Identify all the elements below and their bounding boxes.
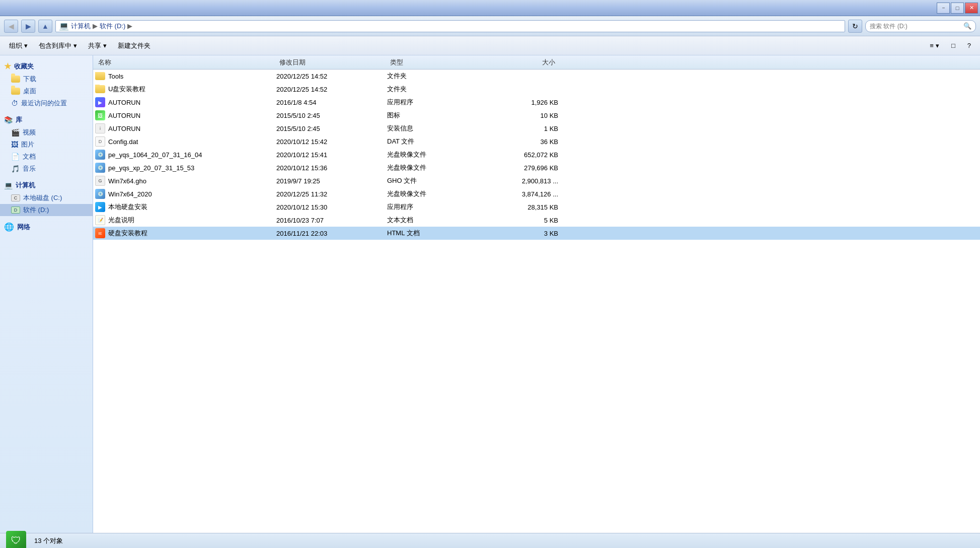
file-type: 文本文档: [387, 216, 478, 225]
file-date: 2015/5/10 2:45: [276, 112, 387, 119]
table-row[interactable]: ▶ AUTORUN 2016/1/8 4:54 应用程序 1,926 KB: [93, 96, 980, 109]
file-type: HTML 文档: [387, 229, 478, 238]
table-row[interactable]: 📝 光盘说明 2016/10/23 7:07 文本文档 5 KB: [93, 214, 980, 227]
html-icon: IE: [95, 228, 105, 238]
file-name: U盘安装教程: [95, 85, 276, 94]
minimize-button[interactable]: －: [937, 3, 950, 14]
drive-c-icon: C: [11, 194, 20, 201]
file-size: 10 KB: [478, 112, 558, 119]
up-button[interactable]: ▲: [38, 20, 52, 33]
statusbar: 🛡 13 个对象: [0, 533, 980, 548]
table-row[interactable]: 💿 pe_yqs_xp_20_07_31_15_53 2020/10/12 15…: [93, 161, 980, 174]
music-icon: 🎵: [11, 165, 20, 173]
sidebar-item-desktop[interactable]: 桌面: [0, 85, 93, 97]
statusbar-logo: 🛡: [6, 531, 26, 549]
file-type: 应用程序: [387, 98, 478, 107]
library-button[interactable]: 包含到库中 ▾: [34, 39, 82, 53]
video-icon: 🎬: [11, 128, 20, 136]
favorites-icon: ★: [4, 61, 11, 71]
drive-d-label: 软件 (D:): [23, 206, 49, 215]
file-date: 2020/12/25 11:32: [276, 190, 387, 198]
table-row[interactable]: G Win7x64.gho 2019/9/7 19:25 GHO 文件 2,90…: [93, 174, 980, 187]
table-row[interactable]: 💿 Win7x64_2020 2020/12/25 11:32 光盘映像文件 3…: [93, 187, 980, 200]
table-row[interactable]: i AUTORUN 2015/5/10 2:45 安装信息 1 KB: [93, 122, 980, 135]
maximize-button[interactable]: □: [951, 3, 964, 14]
iso-icon: 💿: [95, 189, 105, 199]
breadcrumb-sep-2: ▶: [127, 22, 132, 30]
close-button[interactable]: ✕: [965, 3, 978, 14]
new-folder-button[interactable]: 新建文件夹: [113, 39, 156, 53]
network-label: 网络: [17, 223, 30, 232]
dat-icon: D: [95, 136, 105, 147]
table-row[interactable]: D Config.dat 2020/10/12 15:42 DAT 文件 36 …: [93, 135, 980, 148]
back-button[interactable]: ◀: [4, 20, 18, 33]
organize-button[interactable]: 组织 ▾: [4, 39, 33, 53]
sidebar-item-downloads[interactable]: 下载: [0, 73, 93, 85]
share-button[interactable]: 共享 ▾: [83, 39, 112, 53]
sidebar-item-video[interactable]: 🎬 视频: [0, 126, 93, 139]
sidebar-item-image[interactable]: 🖼 图片: [0, 139, 93, 151]
desktop-label: 桌面: [23, 87, 36, 96]
network-header[interactable]: 🌐 网络: [0, 220, 93, 234]
table-row[interactable]: U盘安装教程 2020/12/25 14:52 文件夹: [93, 83, 980, 96]
iso-icon: 💿: [95, 163, 105, 173]
sidebar-item-doc[interactable]: 📄 文档: [0, 151, 93, 163]
forward-button[interactable]: ▶: [21, 20, 35, 33]
col-header-name[interactable]: 名称: [95, 55, 276, 69]
file-name: i AUTORUN: [95, 123, 276, 133]
file-size: 652,072 KB: [478, 151, 558, 159]
col-header-size[interactable]: 大小: [478, 55, 558, 69]
statusbar-count: 13 个对象: [34, 536, 63, 545]
table-row[interactable]: Tools 2020/12/25 14:52 文件夹: [93, 70, 980, 83]
preview-button[interactable]: □: [946, 39, 960, 53]
sidebar-item-music[interactable]: 🎵 音乐: [0, 163, 93, 175]
image-label: 图片: [21, 140, 34, 149]
view-icon: ≡: [930, 42, 934, 49]
library-label: 包含到库中: [39, 41, 71, 50]
view-button[interactable]: ≡ ▾: [925, 39, 944, 53]
breadcrumb-computer[interactable]: 计算机: [71, 22, 91, 31]
file-date: 2020/10/12 15:36: [276, 164, 387, 172]
breadcrumb-drive-d[interactable]: 软件 (D:): [100, 22, 125, 31]
file-size: 3,874,126 ...: [478, 190, 558, 198]
file-type: DAT 文件: [387, 137, 478, 146]
file-type: 图标: [387, 111, 478, 120]
search-box[interactable]: 🔍: [865, 20, 976, 32]
breadcrumb-bar[interactable]: 💻 计算机 ▶ 软件 (D:) ▶: [55, 20, 845, 32]
file-name: Tools: [95, 72, 276, 80]
doc-label: 文档: [23, 152, 36, 161]
search-input[interactable]: [870, 23, 961, 30]
col-header-date[interactable]: 修改日期: [276, 55, 387, 69]
network-section: 🌐 网络: [0, 220, 93, 234]
file-date: 2016/11/21 22:03: [276, 230, 387, 237]
view-arrow: ▾: [936, 42, 939, 49]
file-name: 🖼 AUTORUN: [95, 110, 276, 120]
refresh-button[interactable]: ↻: [848, 20, 862, 33]
preview-icon: □: [951, 42, 955, 49]
sidebar-item-recent[interactable]: ⏱ 最近访问的位置: [0, 97, 93, 109]
music-label: 音乐: [23, 164, 36, 173]
favorites-label: 收藏夹: [14, 62, 34, 71]
file-type: 文件夹: [387, 85, 478, 94]
library-header[interactable]: 📚 库: [0, 113, 93, 126]
help-button[interactable]: ?: [962, 39, 976, 53]
table-row[interactable]: IE 硬盘安装教程 2016/11/21 22:03 HTML 文档 3 KB: [93, 227, 980, 240]
col-header-type[interactable]: 类型: [387, 55, 478, 69]
share-arrow: ▾: [103, 42, 107, 49]
file-type: GHO 文件: [387, 176, 478, 185]
search-icon: 🔍: [963, 22, 971, 30]
sidebar-item-drive-c[interactable]: C 本地磁盘 (C:): [0, 192, 93, 204]
table-row[interactable]: 🖼 AUTORUN 2015/5/10 2:45 图标 10 KB: [93, 109, 980, 122]
file-date: 2015/5/10 2:45: [276, 125, 387, 132]
sidebar-item-drive-d[interactable]: D 软件 (D:): [0, 204, 93, 216]
file-name: ▶ AUTORUN: [95, 97, 276, 107]
computer-header[interactable]: 💻 计算机: [0, 179, 93, 192]
table-row[interactable]: ▶ 本地硬盘安装 2020/10/12 15:30 应用程序 28,315 KB: [93, 200, 980, 214]
favorites-header[interactable]: ★ 收藏夹: [0, 59, 93, 73]
video-label: 视频: [23, 128, 36, 137]
iso-icon: 💿: [95, 150, 105, 160]
file-date: 2020/10/12 15:41: [276, 151, 387, 159]
file-name: 💿 Win7x64_2020: [95, 189, 276, 199]
table-row[interactable]: 💿 pe_yqs_1064_20_07_31_16_04 2020/10/12 …: [93, 148, 980, 161]
main-layout: ★ 收藏夹 下载 桌面 ⏱ 最近访问的位置 📚 库 🎬: [0, 55, 980, 533]
